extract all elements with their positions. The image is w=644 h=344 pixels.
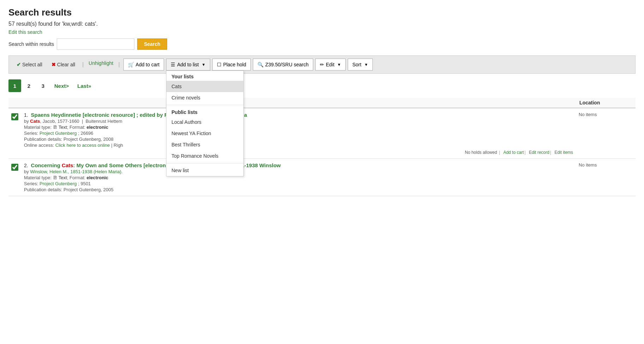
- edit-button[interactable]: ✏ Edit ▼: [315, 59, 346, 71]
- place-hold-button[interactable]: ☐ Place hold: [212, 59, 251, 71]
- check-icon: ✔: [17, 62, 21, 67]
- chevron-down-icon: ▼: [202, 62, 206, 67]
- result-2-author-link[interactable]: Winslow, Helen M., 1851-1938 (Helen Mari…: [30, 169, 122, 174]
- result-2-material: Material type: 🖹 Text; Format: electroni…: [24, 175, 573, 180]
- results-table: Location 1. Spaens Heydinnetie [electron…: [8, 98, 636, 196]
- search-button[interactable]: Search: [137, 38, 167, 50]
- result-2-location: No items: [576, 159, 636, 196]
- cats-highlight-2: Cats: [62, 162, 73, 168]
- result-1-actions: No holds allowed | Add to cart| Edit rec…: [24, 150, 573, 155]
- cart-icon: 🛒: [128, 62, 134, 67]
- hold-icon: ☐: [217, 62, 221, 67]
- result-number: 1.: [24, 112, 28, 118]
- page-1[interactable]: 1: [8, 79, 21, 92]
- list-item-cats[interactable]: Cats: [166, 81, 243, 92]
- add-to-cart-button[interactable]: 🛒 Add to cart: [123, 59, 164, 71]
- result-2-series-link[interactable]: Project Gutenberg: [40, 181, 77, 186]
- z3950-button[interactable]: 🔍 Z39.50/SRU search: [253, 59, 313, 71]
- your-lists-header: Your lists: [166, 71, 243, 81]
- add-to-list-menu: Your lists Cats Crime novels Public list…: [166, 71, 244, 176]
- table-row: 1. Spaens Heydinnetie [electronic resour…: [8, 108, 636, 159]
- result-number: 2.: [24, 163, 28, 168]
- edit-chevron-icon: ▼: [337, 62, 341, 67]
- list-item-best-thrillers[interactable]: Best Thrillers: [166, 139, 243, 150]
- search-icon: 🔍: [257, 62, 263, 67]
- result-1-pubdetails: Publication details: Project Gutenberg, …: [24, 137, 573, 142]
- col-location: Location: [576, 98, 636, 108]
- sort-button[interactable]: Sort ▼: [348, 59, 373, 71]
- result-1-material: Material type: 🖹 Text; Format: electroni…: [24, 125, 573, 130]
- result-2-title-line: 2. Concerning Cats: My Own and Some Othe…: [24, 162, 573, 168]
- material-icon: 🖹: [53, 125, 57, 130]
- result-1-checkbox[interactable]: [11, 113, 18, 120]
- page-3[interactable]: 3: [37, 79, 49, 92]
- last-page-link[interactable]: Last »: [74, 79, 95, 92]
- search-within-input[interactable]: [57, 38, 134, 50]
- pagination: 1 2 3 Next > Last »: [8, 79, 636, 92]
- new-list-separator: [166, 163, 243, 163]
- result-2-author: by Winslow, Helen M., 1851-1938 (Helen M…: [24, 169, 573, 174]
- list-item-top-romance[interactable]: Top Romance Novels: [166, 150, 243, 162]
- add-to-list-label: Add to list: [177, 62, 199, 67]
- result-1-edit-record-link[interactable]: Edit record: [529, 150, 549, 155]
- page-2[interactable]: 2: [23, 79, 35, 92]
- result-1-online-link[interactable]: Click here to access online: [55, 143, 110, 148]
- list-item-local-authors[interactable]: Local Authors: [166, 116, 243, 128]
- clear-all-button[interactable]: ✖ Clear all: [48, 59, 79, 71]
- result-1-title-link[interactable]: Spaens Heydinnetie [electronic resource]: [31, 112, 136, 118]
- place-hold-label: Place hold: [223, 62, 246, 67]
- new-list-item[interactable]: New list: [166, 165, 243, 176]
- list-item-newest-ya[interactable]: Newest YA Fiction: [166, 128, 243, 139]
- result-1-location: No items: [576, 108, 636, 159]
- page-title: Search results: [8, 7, 636, 18]
- next-page-link[interactable]: Next >: [51, 79, 72, 92]
- lists-separator: [166, 105, 243, 105]
- result-1-author: by Cats, Jacob, 1577-1660 | Buitenrust H…: [24, 119, 573, 124]
- result-1-online: Online access: Click here to access onli…: [24, 143, 573, 148]
- toolbar: ✔ Select all ✖ Clear all | Unhighlight |…: [8, 55, 636, 74]
- search-within-row: Search within results Search: [8, 38, 636, 50]
- table-row: 2. Concerning Cats: My Own and Some Othe…: [8, 159, 636, 196]
- add-to-cart-label: Add to cart: [136, 62, 160, 67]
- unhighlight-button[interactable]: Unhighlight: [87, 59, 115, 71]
- add-to-list-button[interactable]: ☰ Add to list ▼: [166, 59, 210, 71]
- result-2-checkbox[interactable]: [11, 164, 18, 171]
- material-icon-2: 🖹: [53, 175, 57, 180]
- result-1-edit-items-link[interactable]: Edit items: [554, 150, 573, 155]
- divider-2: |: [118, 61, 120, 68]
- z3950-label: Z39.50/SRU search: [265, 62, 309, 67]
- result-1-author-highlight-link[interactable]: Cats: [30, 119, 40, 124]
- list-item-crime-novels[interactable]: Crime novels: [166, 92, 243, 103]
- sort-chevron-icon: ▼: [364, 62, 368, 67]
- col-main: [21, 98, 576, 108]
- cats-highlight: Cats: [30, 119, 40, 124]
- edit-label: Edit: [326, 62, 334, 67]
- result-1-series: Series: Project Gutenberg ; 26696: [24, 131, 573, 136]
- list-icon: ☰: [171, 62, 175, 67]
- pencil-icon: ✏: [320, 62, 324, 67]
- result-2-pubdetails: Publication details: Project Gutenberg, …: [24, 187, 573, 192]
- add-to-list-dropdown-container: ☰ Add to list ▼ Your lists Cats Crime no…: [166, 59, 210, 71]
- sort-label: Sort: [352, 62, 362, 67]
- result-1-series-link[interactable]: Project Gutenberg: [40, 131, 77, 136]
- result-1-title-line: 1. Spaens Heydinnetie [electronic resour…: [24, 112, 573, 118]
- last-label: Last: [77, 83, 88, 89]
- search-within-label: Search within results: [8, 41, 54, 47]
- clear-all-label: Clear all: [57, 62, 75, 67]
- select-all-label: Select all: [22, 62, 42, 67]
- result-2-series: Series: Project Gutenberg ; 9501: [24, 181, 573, 186]
- divider-1: |: [82, 61, 84, 68]
- next-label: Next: [54, 83, 66, 89]
- results-count: 57 result(s) found for 'kw,wrdl: cats'.: [8, 21, 636, 27]
- col-checkbox: [8, 98, 21, 108]
- public-lists-header: Public lists: [166, 107, 243, 116]
- select-all-button[interactable]: ✔ Select all: [13, 59, 46, 71]
- x-icon: ✖: [51, 62, 56, 67]
- edit-search-link[interactable]: Edit this search: [8, 29, 42, 35]
- result-1-add-to-cart-link[interactable]: Add to cart: [503, 150, 524, 155]
